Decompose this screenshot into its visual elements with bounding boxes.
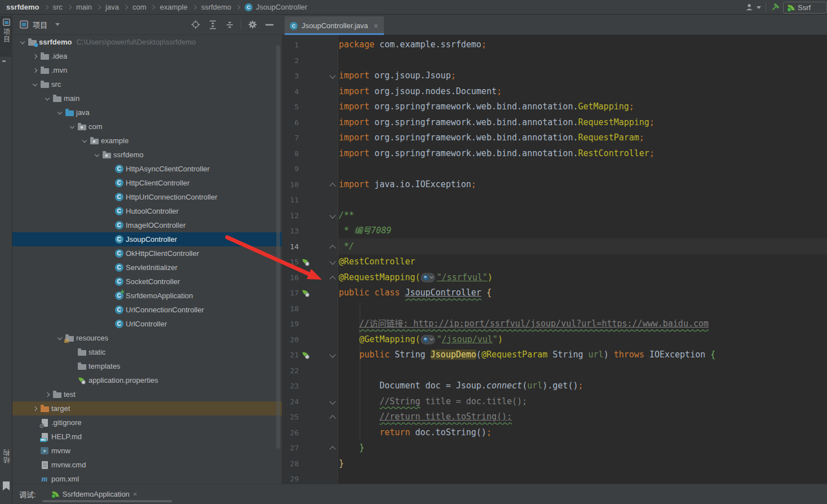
tree-scrollbar[interactable] — [276, 45, 280, 449]
collapse-all-icon[interactable] — [225, 20, 234, 29]
tree-toggle[interactable] — [56, 334, 64, 342]
tree-row[interactable]: mpom.xml — [12, 472, 282, 484]
tree-row[interactable]: CServletInitializer — [12, 260, 282, 275]
tree-toggle[interactable] — [44, 95, 52, 103]
debug-tab-close-icon[interactable]: × — [133, 490, 138, 498]
hide-panel-icon[interactable] — [265, 20, 274, 29]
code-line[interactable]: Document doc = Jsoup.connect(url).get(); — [282, 378, 827, 394]
code-line[interactable]: @RequestMapping("/ssrfvul") — [282, 270, 827, 286]
tree-row[interactable]: CHttpClientController — [12, 176, 282, 190]
code-line[interactable]: import org.jsoup.nodes.Document; — [282, 84, 827, 100]
code-line[interactable]: //return title.toString(); — [282, 409, 827, 425]
breadcrumb-item[interactable]: src — [52, 3, 64, 11]
tree-toggle[interactable] — [81, 137, 89, 145]
horizontal-scrollbar[interactable] — [42, 500, 172, 502]
expand-all-icon[interactable] — [208, 20, 217, 29]
breadcrumb-item[interactable]: com — [131, 3, 148, 11]
code-line[interactable]: } — [282, 440, 827, 456]
breadcrumb-item[interactable]: java — [104, 3, 120, 11]
breadcrumb-item[interactable]: JsoupController — [255, 3, 308, 11]
url-inlay-hint[interactable] — [421, 335, 435, 344]
tree-row[interactable]: CImageIOController — [12, 218, 282, 232]
code-line[interactable] — [282, 161, 827, 177]
code-line[interactable]: import org.springframework.web.bind.anno… — [282, 99, 827, 115]
tree-row[interactable]: CUrlController — [12, 317, 282, 331]
url-inlay-hint[interactable] — [421, 273, 435, 282]
code-line[interactable]: import java.io.IOException; — [282, 177, 827, 193]
tree-row[interactable]: templates — [12, 359, 282, 373]
code-line[interactable]: package com.example.ssrfdemo; — [282, 37, 827, 53]
tree-row[interactable]: target — [12, 401, 282, 415]
tree-row[interactable]: >mvnw — [12, 444, 282, 458]
tree-row[interactable]: CUrlConnectionController — [12, 303, 282, 317]
breadcrumb-item[interactable]: ssrfdemo — [200, 3, 232, 11]
code-line[interactable]: */ — [282, 239, 827, 255]
tree-toggle[interactable] — [56, 109, 64, 117]
tree-toggle[interactable] — [44, 391, 52, 399]
editor-tab[interactable]: C JsoupController.java × — [285, 16, 384, 35]
code-line[interactable] — [282, 301, 827, 317]
tree-row[interactable]: application.properties — [12, 373, 282, 387]
code-line[interactable]: return doc.toString(); — [282, 425, 827, 441]
tree-toggle[interactable] — [32, 52, 39, 60]
tree-toggle[interactable] — [94, 151, 101, 159]
tree-row[interactable]: src — [12, 77, 282, 91]
breadcrumb-item[interactable]: example — [158, 3, 188, 11]
user-dropdown-icon[interactable] — [757, 6, 761, 9]
tree-row[interactable]: test — [12, 387, 282, 401]
tree-row[interactable]: CSocketController — [12, 275, 282, 289]
tree-toggle[interactable] — [69, 123, 77, 131]
tree-row[interactable]: CJsoupController — [12, 232, 282, 246]
settings-gear-icon[interactable] — [248, 20, 257, 29]
debug-session-tab[interactable]: SsrfdemoApplication × — [52, 490, 138, 498]
tree-row[interactable]: CHutoolController — [12, 204, 282, 218]
code-editor[interactable]: 1234567891011121314151617181920212223242… — [282, 35, 827, 484]
code-line[interactable]: import org.springframework.web.bind.anno… — [282, 130, 827, 146]
tree-row[interactable]: CHttpAsyncClientController — [12, 162, 282, 176]
locate-file-icon[interactable] — [191, 20, 200, 29]
breadcrumb-item[interactable]: main — [75, 3, 93, 11]
tree-row[interactable]: java — [12, 105, 282, 120]
run-configuration-select[interactable]: Ssrf — [783, 2, 827, 14]
code-line[interactable]: @GetMapping("/jsoup/vul") — [282, 332, 827, 348]
tree-row[interactable]: example — [12, 134, 282, 148]
code-line[interactable]: import org.jsoup.Jsoup; — [282, 68, 827, 84]
tree-row[interactable]: HELP.md — [12, 430, 282, 444]
code-line[interactable]: import org.springframework.web.bind.anno… — [282, 146, 827, 162]
code-line[interactable]: public class JsoupController { — [282, 285, 827, 301]
code-line[interactable] — [282, 363, 827, 379]
tree-row[interactable]: static — [12, 345, 282, 359]
code-line[interactable]: * 编号7089 — [282, 223, 827, 239]
tree-row[interactable]: main — [12, 91, 282, 105]
tree-row[interactable]: CHttpUrlConnectionController — [12, 190, 282, 204]
tree-row[interactable]: .gitignore — [12, 415, 282, 430]
tree-toggle[interactable] — [32, 405, 39, 413]
tree-row[interactable]: ssrfdemoC:\Users\powerful\Desktop\ssrfde… — [12, 35, 282, 49]
code-line[interactable] — [282, 192, 827, 208]
tree-row[interactable]: COkHttpClientController — [12, 246, 282, 260]
code-line[interactable]: /** — [282, 208, 827, 224]
tree-row[interactable]: mvnw.cmd — [12, 458, 282, 472]
tab-close-icon[interactable]: × — [374, 21, 378, 30]
tree-row[interactable]: .mvn — [12, 63, 282, 77]
code-line[interactable]: public String JsoupDemo(@RequestParam St… — [282, 347, 827, 363]
code-line[interactable]: //访问链接: http://ip:port/ssrfvul/jsoup/vul… — [282, 316, 827, 332]
code-line[interactable]: } — [282, 456, 827, 472]
code-line[interactable]: //String title = doc.title(); — [282, 394, 827, 410]
stripe-structure-tab[interactable]: 结构 — [2, 446, 12, 466]
code-line[interactable]: @RestController — [282, 254, 827, 270]
tree-toggle[interactable] — [32, 67, 39, 74]
code-line[interactable]: import org.springframework.web.bind.anno… — [282, 115, 827, 131]
user-icon[interactable] — [745, 3, 754, 12]
tree-toggle[interactable] — [32, 81, 39, 89]
tree-toggle[interactable] — [19, 38, 27, 46]
tree-row[interactable]: .idea — [12, 49, 282, 63]
bookmark-icon[interactable] — [3, 481, 10, 490]
code-line[interactable] — [282, 471, 827, 484]
stripe-project-tab[interactable]: 项目 — [0, 16, 12, 56]
tree-row[interactable]: CSsrfdemoApplication — [12, 289, 282, 303]
breadcrumb-item[interactable]: ssrfdemo — [5, 3, 41, 11]
tree-row[interactable]: resources — [12, 331, 282, 345]
tree-row[interactable]: ssrfdemo — [12, 148, 282, 162]
code-line[interactable] — [282, 53, 827, 69]
